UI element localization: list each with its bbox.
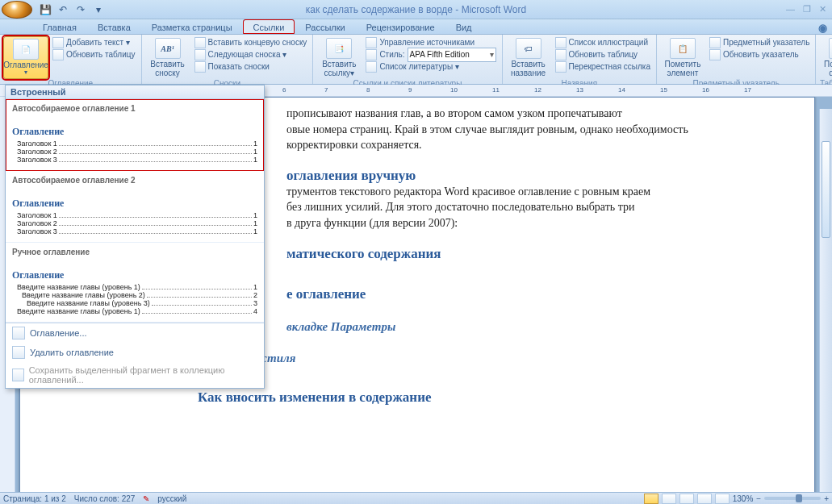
window-controls: — ❐ ✕ [784,4,829,15]
mark-entry-icon: 📋 [670,38,696,59]
group-toa: 📎 Пометить ссылку Таблица ссылок [816,35,832,84]
body-text: корректировки сохраняется. [286,137,766,153]
office-button[interactable] [2,1,32,19]
save-icon [12,369,24,381]
heading: оглавления вручную [286,168,766,184]
style-combo[interactable]: APA Fifth Edition [408,48,496,62]
ruler-mark: 10 [450,86,458,94]
update-index-button[interactable]: Обновить указатель [707,48,812,60]
status-page[interactable]: Страница: 1 из 2 [3,494,66,503]
toc-template-auto2[interactable]: Автособираемое оглавление 2 Оглавление З… [6,171,264,243]
toc-template-title: Ручное оглавление [12,248,257,256]
qat-save[interactable]: 💾 [37,2,53,17]
toc-gallery-panel: Встроенный Автособираемое оглавление 1 О… [5,85,265,389]
toc-preview-line: Заголовок 31 [17,227,257,235]
view-outline[interactable] [697,494,712,504]
mark-citation-button[interactable]: 📎 Пометить ссылку [819,36,832,79]
view-web-layout[interactable] [679,494,694,504]
insert-citation-button[interactable]: 📑 Вставить ссылку▾ [316,36,362,79]
update-table-button[interactable]: Обновить таблицу [50,48,138,60]
toc-preview-heading: Оглавление [12,198,257,210]
cross-reference-button[interactable]: Перекрестная ссылка [553,60,653,73]
ruler-mark: 12 [534,86,541,94]
close-button[interactable]: ✕ [817,4,829,15]
ruler-mark: 9 [408,86,412,94]
toc-gallery-header: Встроенный [6,85,264,99]
toc-preview-line: Введите название главы (уровень 3)3 [27,299,257,307]
next-footnote-button[interactable]: Следующая сноска ▾ [192,48,310,60]
toc-template-title: Автособираемое оглавление 1 [12,104,257,113]
insert-caption-label: Вставить название [508,60,550,77]
style-label: Стиль: [379,50,404,59]
quick-access-toolbar: 💾 ↶ ↷ ▾ [37,2,107,17]
heading: е оглавление [286,286,766,302]
tab-layout[interactable]: Разметка страницы [141,19,243,34]
mark-entry-button[interactable]: 📋 Пометить элемент [660,36,705,79]
status-words[interactable]: Число слов: 227 [74,494,136,503]
group-index: 📋 Пометить элемент Предметный указатель … [657,35,816,84]
restore-button[interactable]: ❐ [801,4,813,15]
tab-view[interactable]: Вид [445,19,483,34]
toc-remove-menu[interactable]: Удалить оглавление [6,343,264,362]
qat-undo[interactable]: ↶ [55,2,71,17]
insert-caption-button[interactable]: 🏷 Вставить название [506,36,551,79]
update-figures-button[interactable]: Обновить таблицу [553,48,653,60]
toc-preview-line: Введите название главы (уровень 2)2 [22,291,257,299]
group-captions: 🏷 Вставить название Список иллюстраций О… [503,35,657,84]
toc-preview-line: Заголовок 11 [17,140,257,148]
tab-references[interactable]: Ссылки [243,19,295,34]
view-full-screen[interactable] [662,494,676,504]
toc-preview-line: Введите название главы (уровень 1)4 [17,307,257,315]
mark-citation-label: Пометить ссылку [821,60,832,77]
toc-template-manual[interactable]: Ручное оглавление Оглавление Введите наз… [6,243,264,323]
style-row: Стиль: APA Fifth Edition [363,48,498,60]
body-text: в друга функции (для версии 2007): [286,215,766,231]
zoom-out[interactable]: − [756,494,761,503]
caption-icon: 🏷 [516,38,541,59]
vertical-scrollbar[interactable] [819,109,832,492]
minimize-button[interactable]: — [784,4,797,15]
show-footnotes-button[interactable]: Показать сноски [192,60,310,73]
view-print-layout[interactable] [644,494,658,504]
qat-dropdown[interactable]: ▾ [90,2,107,17]
bibliography-button[interactable]: Список литературы ▾ [363,60,498,73]
toc-custom-menu[interactable]: Оглавление... [6,323,264,343]
status-language[interactable]: русский [157,494,186,503]
insert-footnote-button[interactable]: AB¹ Вставить сноску [145,36,190,79]
zoom-level[interactable]: 130% [733,494,754,503]
tab-mailings[interactable]: Рассылки [295,19,355,34]
zoom-slider[interactable] [764,497,821,500]
tab-insert[interactable]: Вставка [87,19,141,34]
qat-redo[interactable]: ↷ [73,2,89,17]
status-proofing-icon[interactable]: ✎ [143,494,149,503]
ruler-mark: 7 [324,86,328,94]
insert-endnote-button[interactable]: Вставить концевую сноску [192,36,310,48]
mark-entry-label: Пометить элемент [662,60,704,77]
group-citations: 📑 Вставить ссылку▾ Управление источникам… [313,35,502,84]
toc-preview-line: Заголовок 21 [17,219,257,227]
toc-preview-line: Заголовок 21 [17,148,257,156]
ribbon-tabs: Главная Вставка Разметка страницы Ссылки… [0,19,832,35]
toc-template-auto1[interactable]: Автособираемое оглавление 1 Оглавление З… [6,99,264,171]
toc-preview-line: Заголовок 11 [17,211,257,219]
scroll-thumb[interactable] [822,141,830,238]
add-text-button[interactable]: Добавить текст ▾ [50,36,138,48]
ruler-mark: 8 [366,86,370,94]
view-draft[interactable] [715,494,730,504]
delete-icon [12,346,25,359]
list-of-figures-button[interactable]: Список иллюстраций [553,36,653,48]
help-icon[interactable]: ◉ [818,22,827,34]
zoom-in[interactable]: + [824,494,829,503]
tab-home[interactable]: Главная [32,19,87,34]
toc-template-title: Автособираемое оглавление 2 [12,176,257,185]
toc-icon: 📄 [13,39,39,60]
toc-button[interactable]: 📄 Оглавление ▾ [3,36,48,79]
group-footnotes: AB¹ Вставить сноску Вставить концевую сн… [142,35,314,84]
body-text: овые номера страниц. Край в этом случае … [286,122,766,138]
heading: Как вносить изменения в содержание [198,389,766,406]
ruler-mark: 17 [744,86,751,94]
insert-footnote-label: Вставить сноску [147,60,189,77]
insert-index-button[interactable]: Предметный указатель [707,36,812,48]
tab-review[interactable]: Рецензирование [356,19,445,34]
status-bar: Страница: 1 из 2 Число слов: 227 ✎ русск… [0,492,832,504]
